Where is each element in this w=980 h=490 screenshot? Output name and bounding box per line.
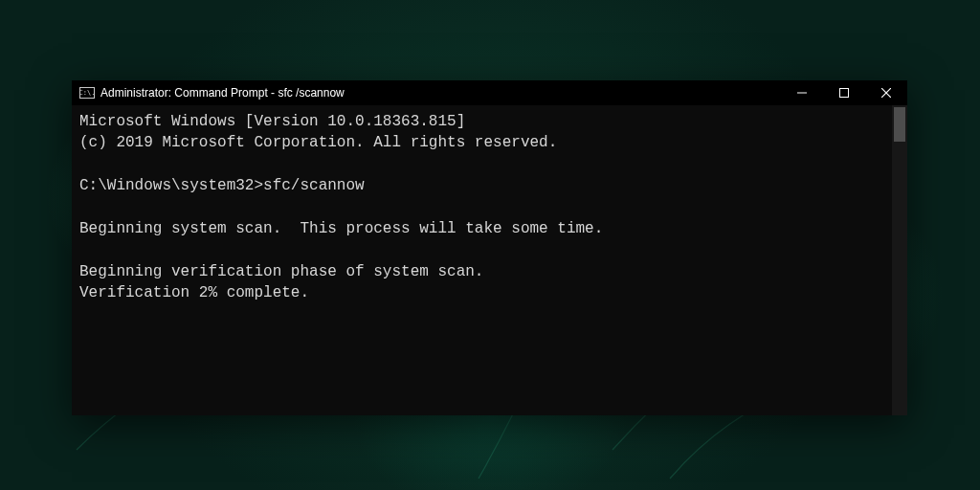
maximize-icon <box>839 88 849 98</box>
maximize-button[interactable] <box>823 80 865 105</box>
terminal-header-copyright: (c) 2019 Microsoft Corporation. All righ… <box>79 134 557 151</box>
command-prompt-window: C:\. Administrator: Command Prompt - sfc… <box>72 80 907 415</box>
minimize-button[interactable] <box>781 80 823 105</box>
command-prompt-icon: C:\. <box>79 87 95 99</box>
terminal-header-version: Microsoft Windows [Version 10.0.18363.81… <box>79 113 465 130</box>
vertical-scrollbar[interactable] <box>892 105 907 415</box>
close-button[interactable] <box>865 80 907 105</box>
terminal-prompt-line: C:\Windows\system32>sfc/scannow <box>79 177 365 194</box>
terminal-begin-scan: Beginning system scan. This process will… <box>79 220 603 237</box>
scrollbar-thumb[interactable] <box>894 107 905 142</box>
terminal-prompt-separator: > <box>254 177 263 194</box>
terminal-output[interactable]: Microsoft Windows [Version 10.0.18363.81… <box>72 105 892 415</box>
terminal-verify-progress: Verification 2% complete. <box>79 284 309 301</box>
close-icon <box>881 88 891 98</box>
minimize-icon <box>797 88 807 98</box>
svg-rect-1 <box>840 89 849 98</box>
terminal-prompt-path: C:\Windows\system32 <box>79 177 254 194</box>
window-title: Administrator: Command Prompt - sfc /sca… <box>100 86 345 100</box>
terminal-area: Microsoft Windows [Version 10.0.18363.81… <box>72 105 907 415</box>
terminal-command: sfc/scannow <box>263 177 365 194</box>
terminal-begin-verify: Beginning verification phase of system s… <box>79 263 483 280</box>
titlebar[interactable]: C:\. Administrator: Command Prompt - sfc… <box>72 80 907 105</box>
